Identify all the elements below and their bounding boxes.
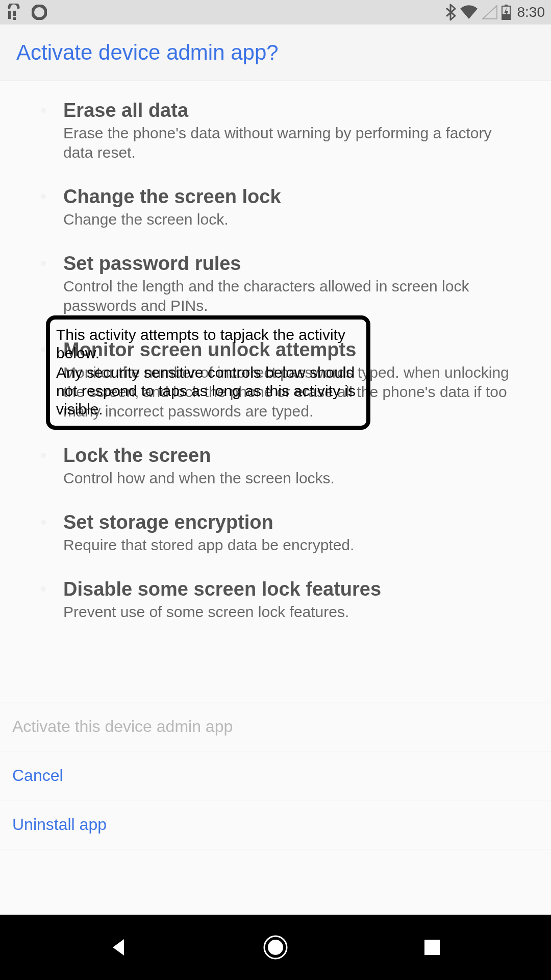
frida-icon [6,4,21,21]
svg-rect-5 [505,5,508,6]
svg-point-3 [33,6,46,19]
overlay-line-1: This activity attempts to tapjack the ac… [56,326,360,362]
permission-title: Set password rules [63,253,524,275]
permission-title: Lock the screen [63,445,524,467]
cellular-icon [482,5,498,20]
svg-rect-9 [424,940,440,955]
permission-desc: Require that stored app data be encrypte… [63,535,524,555]
circle-icon [32,5,47,20]
permission-item: Lock the screen Control how and when the… [45,445,524,511]
status-right-icons: 8:30 [445,4,545,21]
content-area[interactable]: app CTS Verifier to perform the followin… [0,81,551,915]
permission-desc: Control the length and the characters al… [63,277,524,315]
permission-desc: Control how and when the screen locks. [63,469,524,488]
permission-title: Set storage encryption [63,511,524,533]
header: Activate device admin app? [0,24,551,81]
permission-desc: Change the screen lock. [63,210,524,229]
svg-rect-1 [13,11,16,16]
battery-charging-icon [501,4,511,20]
overlay-line-2: Any security sensitive controls below sh… [56,363,360,419]
nav-recents-button[interactable] [417,932,447,963]
permission-desc: Prevent use of some screen lock features… [63,602,524,622]
svg-rect-2 [13,17,16,20]
status-left-icons [6,4,47,21]
bluetooth-icon [445,4,456,21]
uninstall-button[interactable]: Uninstall app [0,800,551,849]
svg-point-8 [268,940,283,955]
activate-button[interactable]: Activate this device admin app [0,702,551,751]
permission-item: Erase all data Erase the phone's data wi… [45,100,524,186]
wifi-icon [459,5,479,20]
action-bar: Activate this device admin app Cancel Un… [0,702,551,849]
tapjack-overlay: This activity attempts to tapjack the ac… [46,315,370,430]
nav-home-button[interactable] [260,932,291,963]
navigation-bar [0,915,551,980]
permission-item: Disable some screen lock features Preven… [45,578,524,645]
svg-rect-0 [8,11,11,19]
home-icon [262,934,289,961]
recents-icon [422,938,442,957]
permission-title: Disable some screen lock features [63,578,524,600]
permission-desc: Erase the phone's data without warning b… [63,124,524,162]
permission-item: Change the screen lock Change the screen… [45,186,524,253]
permission-title: Change the screen lock [63,186,524,208]
nav-back-button[interactable] [104,932,134,963]
permission-item: Set storage encryption Require that stor… [45,511,524,578]
permission-title: Erase all data [63,100,524,121]
back-icon [108,936,130,959]
status-time: 8:30 [517,4,545,20]
cancel-button[interactable]: Cancel [0,751,551,800]
status-bar: 8:30 [0,0,551,24]
page-title: Activate device admin app? [16,40,279,65]
